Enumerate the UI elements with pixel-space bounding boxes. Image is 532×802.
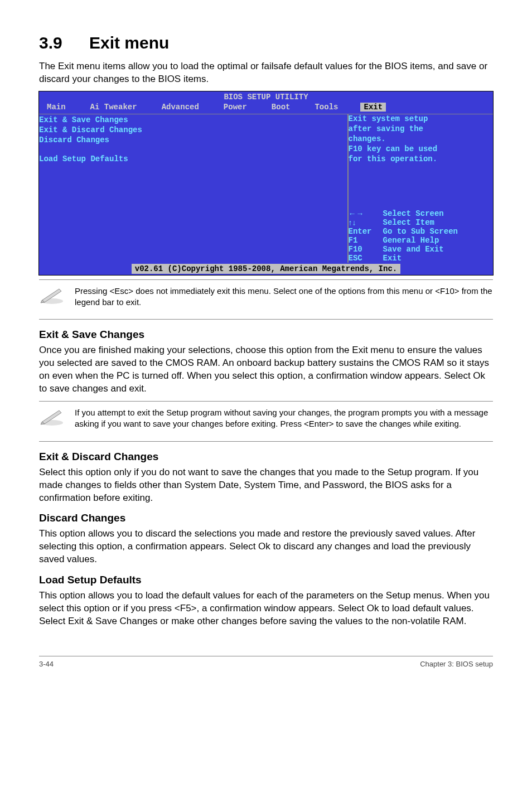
tab-exit: Exit <box>360 103 386 112</box>
note-2: If you attempt to exit the Setup program… <box>39 407 493 430</box>
note-2-text: If you attempt to exit the Setup program… <box>75 407 493 430</box>
bios-item-load-defaults: Load Setup Defaults <box>39 154 347 163</box>
bios-footer: v02.61 (C)Copyright 1985-2008, American … <box>39 263 493 275</box>
bios-right-pane: Exit system setup after saving the chang… <box>348 114 493 263</box>
help2-line-1: F10 key can be used <box>349 144 493 153</box>
heading-exit-save: Exit & Save Changes <box>39 328 493 341</box>
chapter-label: Chapter 3: BIOS setup <box>420 660 493 668</box>
tab-boot: Boot <box>269 103 293 112</box>
tab-power: Power <box>221 103 249 112</box>
bios-tab-bar: Main Ai Tweaker Advanced Power Boot Tool… <box>39 102 493 114</box>
heading-exit-discard: Exit & Discard Changes <box>39 451 493 463</box>
heading-defaults: Load Setup Defaults <box>39 574 493 586</box>
intro-paragraph: The Exit menu items allow you to load th… <box>39 60 493 86</box>
pencil-icon <box>39 286 65 307</box>
para-defaults: This option allows you to load the defau… <box>39 590 493 628</box>
bios-screenshot: BIOS SETUP UTILITY Main Ai Tweaker Advan… <box>39 91 493 275</box>
page-title: 3.9Exit menu <box>39 33 493 52</box>
nav-label-enter: Go to Sub Screen <box>383 227 493 236</box>
page-number: 3-44 <box>39 660 54 668</box>
para-exit-save: Once you are finished making your select… <box>39 344 493 395</box>
nav-key-ud: ↑↓ <box>349 218 383 227</box>
bios-item-discard: Discard Changes <box>39 136 347 144</box>
help-line-3: changes. <box>349 134 493 143</box>
nav-label-lr: Select Screen <box>383 209 493 218</box>
nav-key-f1: F1 <box>349 236 383 245</box>
bios-item-exit-discard: Exit & Discard Changes <box>39 125 347 134</box>
tab-tools: Tools <box>312 103 340 112</box>
nav-label-f1: General Help <box>383 236 493 245</box>
bios-item-exit-save: Exit & Save Changes <box>39 115 347 124</box>
bios-footer-text: v02.61 (C)Copyright 1985-2008, American … <box>132 264 400 274</box>
note-1-text: Pressing <Esc> does not immediately exit… <box>75 286 493 308</box>
page-footer: 3-44 Chapter 3: BIOS setup <box>39 656 493 668</box>
tab-advanced: Advanced <box>159 103 201 112</box>
nav-key-esc: ESC <box>349 254 383 263</box>
bios-title: BIOS SETUP UTILITY <box>39 91 493 102</box>
help-line-2: after saving the <box>349 124 493 133</box>
heading-discard: Discard Changes <box>39 512 493 524</box>
nav-key-f10: F10 <box>349 245 383 254</box>
help2-line-2: for this operation. <box>349 154 493 163</box>
help-line-1: Exit system setup <box>349 114 493 123</box>
nav-label-f10: Save and Exit <box>383 245 493 254</box>
tab-main: Main <box>45 103 68 112</box>
bios-left-pane: Exit & Save Changes Exit & Discard Chang… <box>39 114 348 263</box>
pencil-icon <box>39 407 65 428</box>
section-number: 3.9 <box>39 33 89 52</box>
para-exit-discard: Select this option only if you do not wa… <box>39 466 493 505</box>
bios-nav-table: ←→Select Screen ↑↓Select Item EnterGo to… <box>349 209 493 263</box>
para-discard: This option allows you to discard the se… <box>39 528 493 566</box>
nav-key-enter: Enter <box>349 227 383 236</box>
note-1: Pressing <Esc> does not immediately exit… <box>39 286 493 308</box>
nav-key-lr: ←→ <box>349 209 383 218</box>
nav-label-esc: Exit <box>383 254 493 263</box>
nav-label-ud: Select Item <box>383 218 493 227</box>
section-heading: Exit menu <box>89 33 169 52</box>
tab-ai-tweaker: Ai Tweaker <box>88 103 139 112</box>
